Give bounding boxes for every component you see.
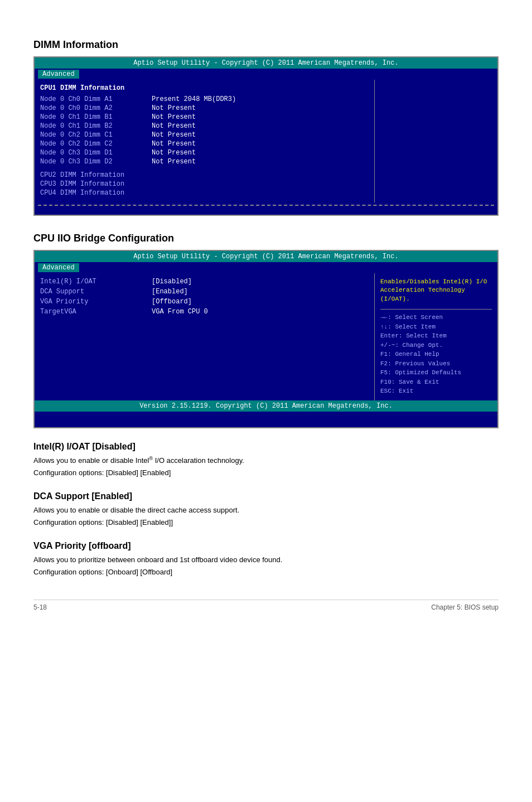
iio-setting-value-0[interactable]: [Disabled]: [152, 278, 192, 286]
iio-help-text: Enables/Disables Intel(R) I/O Accelerati…: [380, 278, 492, 303]
iio-keybind-3: +/-~: Change Opt.: [380, 341, 492, 350]
iio-section: CPU IIO Bridge Configuration Aptio Setup…: [33, 233, 499, 428]
iio-setting-row-1: DCA Support [Enabled]: [40, 288, 369, 296]
dimm-value-4: Not Present: [152, 131, 196, 139]
iio-tab-row: Advanced: [35, 262, 497, 273]
iio-bios-footer: Version 2.15.1219. Copyright (C) 2011 Am…: [35, 400, 497, 412]
dimm-bios-right: [375, 80, 497, 202]
dimm-label-1: Node 0 Ch0 Dimm A2: [40, 104, 152, 112]
iio-setting-value-3: VGA From CPU 0: [152, 308, 208, 316]
footer-left: 5-18: [33, 603, 47, 611]
vga-heading: VGA Priority [offboard]: [33, 541, 499, 551]
dimm-value-6: Not Present: [152, 149, 196, 157]
vga-text2: Configuration options: [Onboard] [Offboa…: [33, 567, 499, 578]
dimm-bios-screen: Aptio Setup Utility - Copyright (C) 2011…: [33, 56, 499, 216]
dca-text2: Configuration options: [Disabled] [Enabl…: [33, 517, 499, 528]
iio-keybind-6: F5: Optimized Defaults: [380, 368, 492, 378]
iio-setting-value-1[interactable]: [Enabled]: [152, 288, 188, 296]
dimm-submenu-2[interactable]: CPU4 DIMM Information: [40, 189, 369, 197]
ioat-text1: Allows you to enable or disable Intel® I…: [33, 455, 499, 466]
dimm-section-title: CPU1 DIMM Information: [40, 84, 369, 92]
iio-keybind-7: F10: Save & Exit: [380, 378, 492, 387]
iio-keybind-section: →←: Select Screen ↑↓: Select Item Enter:…: [380, 309, 492, 396]
iio-bios-right: Enables/Disables Intel(R) I/O Accelerati…: [375, 273, 497, 400]
dimm-tab-advanced[interactable]: Advanced: [38, 70, 79, 79]
dca-text1: Allows you to enable or disable the dire…: [33, 505, 499, 516]
dimm-row-0: Node 0 Ch0 Dimm A1 Present 2048 MB(DDR3): [40, 95, 369, 103]
iio-setting-row-2: VGA Priority [Offboard]: [40, 298, 369, 306]
iio-setting-label-0: Intel(R) I/OAT: [40, 278, 152, 286]
dimm-bios-left: CPU1 DIMM Information Node 0 Ch0 Dimm A1…: [35, 80, 375, 202]
iio-keybind-5: F2: Previous Values: [380, 359, 492, 369]
iio-setting-row-3: TargetVGA VGA From CPU 0: [40, 308, 369, 316]
vga-text1: Allows you to prioritize between onboard…: [33, 554, 499, 566]
dimm-tab-row: Advanced: [35, 69, 497, 80]
iio-keybind-0: →←: Select Screen: [380, 313, 492, 322]
dimm-value-7: Not Present: [152, 158, 196, 166]
dimm-row-3: Node 0 Ch1 Dimm B2 Not Present: [40, 122, 369, 130]
dca-heading: DCA Support [Enabled]: [33, 491, 499, 501]
dimm-submenu-1[interactable]: CPU3 DIMM Information: [40, 180, 369, 188]
iio-bios-header: Aptio Setup Utility - Copyright (C) 2011…: [35, 251, 497, 262]
dimm-row-4: Node 0 Ch2 Dimm C1 Not Present: [40, 131, 369, 139]
iio-keybind-2: Enter: Select Item: [380, 331, 492, 341]
dimm-bios-body: CPU1 DIMM Information Node 0 Ch0 Dimm A1…: [35, 80, 497, 202]
ioat-subsection: Intel(R) I/OAT [Disabled] Allows you to …: [33, 442, 499, 478]
iio-setting-label-2: VGA Priority: [40, 298, 152, 306]
dimm-value-3: Not Present: [152, 122, 196, 130]
iio-setting-value-2[interactable]: [Offboard]: [152, 298, 192, 306]
ioat-text2: Configuration options: [Disabled] [Enabl…: [33, 467, 499, 479]
iio-setting-row-0: Intel(R) I/OAT [Disabled]: [40, 278, 369, 286]
dimm-row-7: Node 0 Ch3 Dimm D2 Not Present: [40, 158, 369, 166]
dimm-section: DIMM Information Aptio Setup Utility - C…: [33, 39, 499, 216]
iio-tab-advanced[interactable]: Advanced: [38, 263, 79, 272]
page-footer: 5-18 Chapter 5: BIOS setup: [33, 600, 499, 611]
footer-right: Chapter 5: BIOS setup: [431, 603, 499, 611]
dimm-row-6: Node 0 Ch3 Dimm D1 Not Present: [40, 149, 369, 157]
iio-bios-body: Intel(R) I/OAT [Disabled] DCA Support [E…: [35, 273, 497, 400]
iio-bios-left: Intel(R) I/OAT [Disabled] DCA Support [E…: [35, 273, 375, 400]
dimm-value-2: Not Present: [152, 113, 196, 121]
dimm-heading: DIMM Information: [33, 39, 499, 51]
dimm-value-0: Present 2048 MB(DDR3): [152, 95, 236, 103]
dimm-label-7: Node 0 Ch3 Dimm D2: [40, 158, 152, 166]
ioat-heading: Intel(R) I/OAT [Disabled]: [33, 442, 499, 452]
dimm-label-2: Node 0 Ch1 Dimm B1: [40, 113, 152, 121]
iio-bios-screen: Aptio Setup Utility - Copyright (C) 2011…: [33, 250, 499, 428]
iio-setting-label-1: DCA Support: [40, 288, 152, 296]
iio-keybind-4: F1: General Help: [380, 350, 492, 359]
dca-subsection: DCA Support [Enabled] Allows you to enab…: [33, 491, 499, 528]
iio-heading: CPU IIO Bridge Configuration: [33, 233, 499, 244]
dimm-row-1: Node 0 Ch0 Dimm A2 Not Present: [40, 104, 369, 112]
dimm-label-5: Node 0 Ch2 Dimm C2: [40, 140, 152, 148]
page-container: DIMM Information Aptio Setup Utility - C…: [0, 0, 532, 634]
dimm-value-1: Not Present: [152, 104, 196, 112]
dimm-value-5: Not Present: [152, 140, 196, 148]
vga-subsection: VGA Priority [offboard] Allows you to pr…: [33, 541, 499, 577]
dimm-label-6: Node 0 Ch3 Dimm D1: [40, 149, 152, 157]
iio-keybind-1: ↑↓: Select Item: [380, 322, 492, 332]
dimm-label-3: Node 0 Ch1 Dimm B2: [40, 122, 152, 130]
dimm-bios-header: Aptio Setup Utility - Copyright (C) 2011…: [35, 57, 497, 69]
dimm-row-2: Node 0 Ch1 Dimm B1 Not Present: [40, 113, 369, 121]
iio-setting-label-3: TargetVGA: [40, 308, 152, 316]
iio-keybind-8: ESC: Exit: [380, 386, 492, 396]
dimm-submenu-0[interactable]: CPU2 DIMM Information: [40, 171, 369, 179]
dimm-row-5: Node 0 Ch2 Dimm C2 Not Present: [40, 140, 369, 148]
dimm-label-0: Node 0 Ch0 Dimm A1: [40, 95, 152, 103]
dimm-label-4: Node 0 Ch2 Dimm C1: [40, 131, 152, 139]
